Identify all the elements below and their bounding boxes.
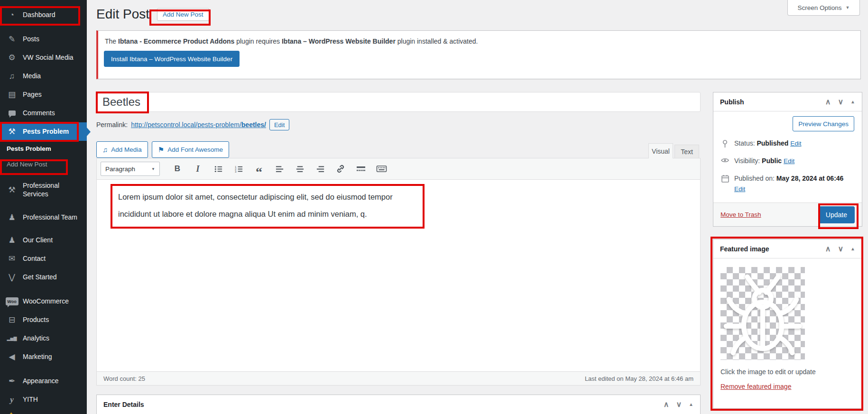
- sidebar-separator: [0, 366, 87, 372]
- toggle-panel-icon[interactable]: ▲: [689, 402, 693, 407]
- move-down-icon[interactable]: ∨: [838, 245, 843, 253]
- preview-changes-button[interactable]: Preview Changes: [793, 116, 854, 131]
- sidebar-item-contact[interactable]: ✉Contact: [0, 249, 87, 268]
- sidebar-menu: ◔Dashboard✎Posts⚙VW Social Media♫Media▤P…: [0, 6, 87, 409]
- metabox-title: Enter Details: [103, 401, 144, 408]
- toggle-panel-icon[interactable]: ▲: [850, 247, 855, 251]
- sidebar-item-comments[interactable]: Comments: [0, 104, 87, 122]
- pin-icon: [721, 138, 729, 148]
- person-icon: ♟: [6, 235, 18, 245]
- megaphone-icon: ◀: [6, 352, 18, 362]
- permalink-row: Permalink: http://petscontrol.local/pest…: [96, 119, 289, 131]
- media-icon: ♫: [102, 146, 108, 154]
- add-new-post-button[interactable]: Add New Post: [157, 8, 209, 21]
- move-up-icon[interactable]: ∧: [825, 98, 831, 106]
- sidebar-separator: [0, 172, 87, 176]
- sidebar-item-media[interactable]: ♫Media: [0, 67, 87, 85]
- screen-options-button[interactable]: Screen Options ▼: [787, 0, 860, 16]
- tab-visual[interactable]: Visual: [648, 143, 673, 158]
- post-content-text: Lorem ipsum dolor sit amet, consectetur …: [118, 188, 403, 222]
- wordpress-admin-edit-post: ◔Dashboard✎Posts⚙VW Social Media♫Media▤P…: [0, 0, 868, 414]
- woo-icon: Woo: [6, 297, 18, 305]
- sidebar-item-appearance[interactable]: ✒Appearance: [0, 372, 87, 390]
- align-left-icon[interactable]: [273, 163, 286, 175]
- enter-details-metabox: Enter Details ∧ ∨ ▲: [96, 395, 701, 414]
- sidebar-item-vw-social-media[interactable]: ⚙VW Social Media: [0, 48, 87, 67]
- edit-status-link[interactable]: Edit: [790, 140, 801, 147]
- published-on-row: Published on: May 28, 2024 at 06:46 Edit: [721, 174, 854, 194]
- sidebar-item-professional-services[interactable]: ⚒Professional Services: [0, 176, 87, 203]
- align-right-icon[interactable]: [314, 163, 326, 175]
- align-center-icon[interactable]: [294, 163, 306, 175]
- tab-text[interactable]: Text: [674, 145, 699, 158]
- update-button[interactable]: Update: [818, 206, 855, 223]
- bold-icon[interactable]: B: [171, 163, 184, 175]
- media-buttons-row: ♫ Add Media ⚑ Add Font Awesome: [96, 141, 229, 158]
- featured-image-header[interactable]: Featured image ∧ ∨ ▲: [713, 239, 862, 258]
- move-up-icon[interactable]: ∧: [664, 401, 669, 408]
- sidebar-item-pests-problem[interactable]: ⚒Pests Problem: [0, 122, 87, 141]
- remove-featured-image-link[interactable]: Remove featured image: [720, 383, 791, 390]
- wrench-icon: ⚒: [6, 127, 18, 137]
- post-title-input[interactable]: [96, 92, 701, 112]
- sidebar-item-marketing[interactable]: ◀Marketing: [0, 348, 87, 366]
- read-more-icon[interactable]: [355, 163, 367, 175]
- sidebar-item-pages[interactable]: ▤Pages: [0, 85, 87, 104]
- sidebar-item-yith[interactable]: yYITH: [0, 390, 87, 409]
- page-title: Edit Post: [96, 7, 149, 22]
- sidebar-item-our-client[interactable]: ♟Our Client: [0, 231, 87, 249]
- sidebar-item-analytics[interactable]: ▂▅▇Analytics: [0, 329, 87, 348]
- sidebar-item-products[interactable]: ⊟Products: [0, 311, 87, 329]
- calendar-icon: [721, 174, 729, 183]
- sidebar-item-get-started[interactable]: ⋁Get Started: [0, 268, 87, 286]
- toggle-panel-icon[interactable]: ▲: [850, 100, 855, 104]
- link-icon[interactable]: [334, 163, 347, 175]
- publish-title: Publish: [720, 98, 744, 106]
- sidebar-item-posts[interactable]: ✎Posts: [0, 30, 87, 48]
- permalink-label: Permalink:: [96, 121, 128, 129]
- publish-footer: Move to Trash Update: [713, 202, 862, 226]
- permalink-edit-button[interactable]: Edit: [269, 119, 289, 130]
- install-plugin-button[interactable]: Install Ibtana – WordPress Website Build…: [104, 51, 240, 67]
- permalink-link[interactable]: http://petscontrol.local/pests-problem/b…: [131, 121, 266, 129]
- featured-image-title: Featured image: [720, 245, 769, 253]
- pages-icon: ▤: [6, 90, 18, 100]
- beetle-image: [720, 267, 805, 360]
- add-font-awesome-button[interactable]: ⚑ Add Font Awesome: [152, 141, 229, 158]
- publish-header[interactable]: Publish ∧ ∨ ▲: [713, 92, 862, 111]
- box-icon: ⊟: [6, 315, 18, 325]
- flag-icon: ⚑: [158, 146, 164, 154]
- pushpin-icon: ✎: [6, 34, 18, 44]
- numbered-list-icon[interactable]: 123: [232, 163, 245, 175]
- editor-status-bar: Word count: 25 Last edited on May 28, 20…: [97, 371, 700, 385]
- featured-image-caption: Click the image to edit or update: [720, 368, 862, 376]
- move-to-trash-link[interactable]: Move to Trash: [720, 211, 761, 218]
- sidebar-item-woocommerce[interactable]: WooWooCommerce: [0, 292, 87, 311]
- sidebar-item-dashboard[interactable]: ◔Dashboard: [0, 6, 87, 24]
- visibility-row: Visibility: Public Edit: [721, 156, 854, 166]
- move-down-icon[interactable]: ∨: [838, 98, 843, 106]
- enter-details-header[interactable]: Enter Details ∧ ∨ ▲: [97, 395, 700, 414]
- wings-icon: ⋁: [6, 272, 18, 282]
- keyboard-icon[interactable]: [375, 163, 388, 175]
- add-media-button[interactable]: ♫ Add Media: [96, 141, 148, 158]
- person-icon: ♟: [6, 212, 18, 222]
- page-header: Edit Post Add New Post: [96, 7, 209, 22]
- plugin-notice: The Ibtana - Ecommerce Product Addons pl…: [96, 30, 861, 79]
- sidebar-subitem-add-new-post[interactable]: Add New Post: [0, 156, 87, 172]
- sidebar-subitem-pests-problem[interactable]: Pests Problem: [0, 141, 87, 156]
- chevron-down-icon: ▼: [846, 5, 850, 10]
- italic-icon[interactable]: I: [192, 163, 204, 175]
- edit-published-link[interactable]: Edit: [734, 185, 745, 193]
- edit-visibility-link[interactable]: Edit: [784, 157, 794, 165]
- editor-content-area[interactable]: Lorem ipsum dolor sit amet, consectetur …: [97, 180, 700, 371]
- featured-image-thumbnail[interactable]: [720, 267, 805, 360]
- blockquote-icon[interactable]: “: [253, 163, 265, 175]
- paragraph-dropdown[interactable]: Paragraph ▼: [101, 162, 160, 176]
- featured-image-panel: Featured image ∧ ∨ ▲: [713, 239, 862, 409]
- bulleted-list-icon[interactable]: [212, 163, 224, 175]
- move-down-icon[interactable]: ∨: [676, 401, 682, 408]
- editor-toolbar: Paragraph ▼ BI123“: [97, 158, 700, 180]
- sidebar-item-professional-team[interactable]: ♟Professional Team: [0, 203, 87, 231]
- move-up-icon[interactable]: ∧: [825, 245, 831, 253]
